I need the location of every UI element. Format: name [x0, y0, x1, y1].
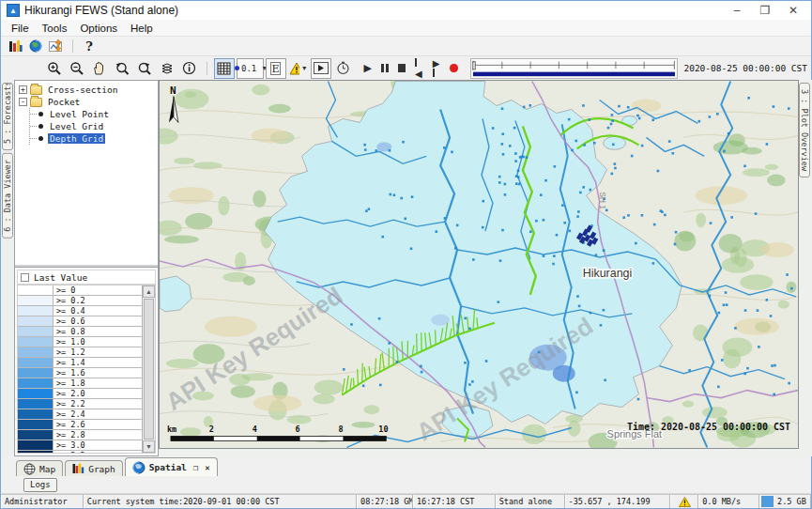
last-value-checkbox[interactable]: Last Value	[17, 270, 156, 285]
legend-color-swatch	[18, 430, 54, 440]
svg-text:8: 8	[338, 424, 343, 434]
tree-node-level-point[interactable]: Level Point	[30, 108, 156, 120]
close-tab-icon[interactable]: ✕	[205, 463, 209, 472]
legend-color-swatch	[18, 327, 54, 336]
legend-row[interactable]: >= 3.0	[18, 440, 142, 451]
legend-row[interactable]: >= 0	[18, 285, 142, 296]
animation-player-button[interactable]	[311, 58, 331, 79]
tab-forecasts[interactable]: 5 : Forecasts	[2, 83, 13, 150]
legend-color-swatch	[18, 399, 54, 409]
legend-row[interactable]: >= 2.6	[18, 420, 142, 430]
tab-plot-overview[interactable]: 3 : Plot Overview	[799, 83, 810, 177]
zoom-previous-button[interactable]	[112, 58, 132, 79]
scroll-up-icon[interactable]: ▲	[143, 285, 155, 298]
timeseries-display-button[interactable]	[47, 38, 66, 54]
legend-row-label: >= 2.6	[54, 420, 88, 429]
pan-button[interactable]	[89, 58, 110, 79]
info-button[interactable]	[179, 58, 200, 79]
globe-wire-icon	[23, 463, 36, 475]
toolbar-separator	[72, 39, 73, 53]
main-content: 5 : Forecasts 6 : Data Viewer + Cross-se…	[1, 80, 811, 456]
svg-text:2: 2	[209, 424, 214, 434]
database-display-button[interactable]	[6, 38, 24, 54]
menu-tools[interactable]: Tools	[36, 23, 74, 34]
pause-button[interactable]	[381, 64, 389, 72]
legend-row[interactable]: >= 2.2	[18, 399, 142, 409]
time-slider-track	[471, 59, 677, 78]
record-button[interactable]	[450, 64, 457, 72]
stop-button[interactable]	[398, 64, 406, 72]
legend-row[interactable]: >= 1.6	[18, 368, 142, 378]
layers-icon	[160, 62, 175, 75]
legend-row[interactable]: >= 0.8	[18, 327, 142, 337]
warnings-dropdown[interactable]: ▼	[288, 58, 309, 79]
tree-node-label: Level Point	[48, 109, 111, 119]
legend-scrollbar[interactable]: ▲ ▼	[142, 285, 155, 453]
road-label: SH 1	[598, 192, 607, 209]
right-panel-tabs: 3 : Plot Overview	[799, 80, 812, 456]
legend-row-label: >= 2.0	[54, 389, 88, 398]
main-toolbar: ?	[1, 37, 811, 55]
expand-icon[interactable]: +	[19, 85, 27, 94]
chevron-down-icon: ▼	[301, 65, 308, 71]
tab-map[interactable]: Map	[16, 460, 63, 476]
timer-button[interactable]	[333, 58, 354, 79]
legend-row-label: >= 3.2	[54, 451, 88, 454]
logs-button[interactable]: Logs	[23, 478, 57, 492]
legend-row[interactable]: >= 1.8	[18, 378, 142, 389]
titlebar: ▲ Hikurangi FEWS (Stand alone) – ❐ ✕	[1, 1, 811, 20]
legend-row[interactable]: >= 1.0	[18, 337, 142, 347]
collapse-icon[interactable]: -	[19, 98, 27, 106]
legend-row[interactable]: >= 2.4	[18, 409, 142, 420]
step-back-button[interactable]: ◀	[415, 58, 423, 79]
legend-color-swatch	[18, 337, 54, 347]
tab-data-viewer[interactable]: 6 : Data Viewer	[2, 153, 13, 239]
legend-row[interactable]: >= 0.6	[18, 316, 142, 327]
layer-tree: + Cross-section - Pocket Level Point	[15, 81, 158, 267]
tree-node-cross-section[interactable]: + Cross-section	[17, 84, 156, 96]
legend-row[interactable]: >= 3.2	[18, 451, 142, 454]
help-button[interactable]: ?	[80, 38, 99, 54]
tree-node-pocket[interactable]: - Pocket	[17, 96, 156, 108]
spatial-display-button[interactable]	[26, 38, 45, 54]
tree-node-label-selected: Depth Grid	[48, 133, 105, 144]
zoom-out-button[interactable]	[67, 58, 87, 79]
legend-row[interactable]: >= 2.8	[18, 430, 142, 440]
application-window: ▲ Hikurangi FEWS (Stand alone) – ❐ ✕ Fil…	[0, 0, 812, 509]
tree-node-level-grid[interactable]: Level Grid	[30, 120, 156, 132]
legend-row[interactable]: >= 0.2	[18, 296, 142, 306]
close-button[interactable]: ✕	[779, 2, 807, 19]
map-canvas[interactable]: API Key Required API Key Required Hikura…	[159, 80, 799, 449]
layers-button[interactable]	[157, 58, 177, 79]
label-toggle-button[interactable]: E	[266, 58, 286, 79]
legend-row[interactable]: >= 2.0	[18, 389, 142, 399]
menu-options[interactable]: Options	[73, 23, 124, 34]
undock-icon[interactable]: ❐	[193, 463, 198, 472]
maximize-button[interactable]: ❐	[751, 2, 779, 19]
status-warning[interactable]	[670, 495, 698, 508]
legend-row[interactable]: >= 0.4	[18, 306, 142, 316]
legend-row[interactable]: >= 1.4	[18, 358, 142, 368]
time-slider[interactable]	[470, 58, 678, 79]
menu-file[interactable]: File	[5, 23, 36, 34]
play-button[interactable]: ▶	[364, 62, 372, 74]
checkbox-icon[interactable]	[21, 273, 29, 282]
threshold-dropdown[interactable]: 0.1 ▼	[237, 58, 264, 79]
menu-help[interactable]: Help	[124, 23, 160, 34]
status-memory: 2.5 GB	[759, 495, 811, 508]
svg-text:4: 4	[253, 424, 257, 434]
tab-graph[interactable]: Graph	[65, 460, 123, 476]
legend-list: >= 0>= 0.2>= 0.4>= 0.6>= 0.8>= 1.0>= 1.2…	[18, 285, 142, 454]
zoom-next-button[interactable]	[134, 58, 155, 79]
town-label: Hikurangi	[583, 267, 633, 280]
menubar: File Tools Options Help	[1, 20, 811, 37]
minimize-button[interactable]: –	[723, 2, 751, 19]
tree-node-depth-grid[interactable]: Depth Grid	[30, 132, 156, 145]
scroll-thumb[interactable]	[144, 299, 154, 440]
scroll-down-icon[interactable]: ▼	[143, 440, 155, 453]
status-bar: Administrator Current system time:2020-0…	[1, 494, 811, 508]
zoom-in-button[interactable]	[44, 58, 65, 79]
tab-spatial[interactable]: Spatial ❐ ✕	[125, 457, 218, 476]
step-forward-button[interactable]: ▶	[433, 58, 441, 79]
legend-row[interactable]: >= 1.2	[18, 347, 142, 358]
